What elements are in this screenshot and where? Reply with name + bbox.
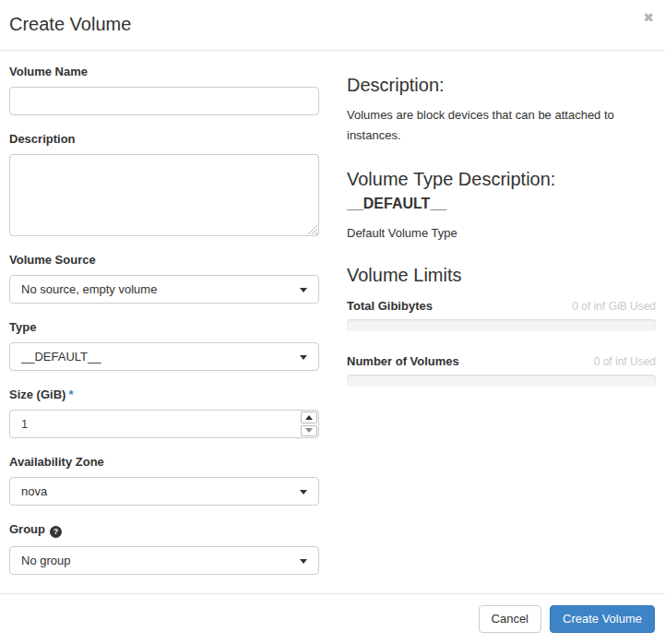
size-label-text: Size (GiB) <box>9 388 65 401</box>
group-label-text: Group <box>9 522 45 536</box>
size-input[interactable] <box>9 410 319 438</box>
description-heading: Description: <box>347 74 656 96</box>
create-volume-form: Volume Name Description Volume Source No… <box>9 65 319 593</box>
type-group: Type __DEFAULT__ <box>9 320 319 371</box>
volume-name-label: Volume Name <box>9 65 319 78</box>
spinner-up-button[interactable] <box>301 411 317 423</box>
modal-header: Create Volume ✖ <box>0 0 665 51</box>
help-question-icon[interactable]: ? <box>50 526 62 538</box>
modal-title: Create Volume <box>9 12 656 37</box>
modal-body: Volume Name Description Volume Source No… <box>0 51 665 593</box>
triangle-up-icon <box>305 415 313 420</box>
limit-row-volumes: Number of Volumes 0 of inf Used <box>347 354 656 368</box>
volume-name-input[interactable] <box>9 87 319 115</box>
limit-usage: 0 of inf Used <box>594 355 656 368</box>
volume-source-group: Volume Source No source, empty volume <box>9 253 319 304</box>
volume-type-description-heading: Volume Type Description: <box>347 168 656 190</box>
size-label: Size (GiB)* <box>9 388 319 401</box>
volume-name-group: Volume Name <box>9 65 319 115</box>
size-group: Size (GiB)* <box>9 388 319 438</box>
description-label: Description <box>9 132 319 146</box>
volume-source-select[interactable]: No source, empty volume <box>9 275 319 304</box>
size-spinner <box>301 411 317 436</box>
volume-type-name: __DEFAULT__ <box>347 196 656 212</box>
limit-label: Total Gibibytes <box>347 299 433 313</box>
description-textarea[interactable] <box>9 154 319 236</box>
info-panel: Description: Volumes are block devices t… <box>347 65 656 593</box>
availability-zone-select[interactable]: nova <box>9 477 319 506</box>
create-volume-button[interactable]: Create Volume <box>550 605 655 633</box>
volume-type-description-text: Default Volume Type <box>347 223 656 244</box>
gibibytes-progress-bar <box>347 319 656 331</box>
volumes-progress-bar <box>347 375 656 387</box>
limit-usage: 0 of inf GiB Used <box>572 300 656 313</box>
limit-label: Number of Volumes <box>347 354 459 368</box>
availability-zone-group: Availability Zone nova <box>9 455 319 506</box>
group-label: Group? <box>9 522 319 538</box>
spinner-down-button[interactable] <box>301 425 317 437</box>
type-select[interactable]: __DEFAULT__ <box>9 342 319 371</box>
description-text: Volumes are block devices that can be at… <box>347 105 656 146</box>
cancel-button[interactable]: Cancel <box>479 605 541 633</box>
close-icon[interactable]: ✖ <box>641 9 656 26</box>
volume-limits-heading: Volume Limits <box>347 264 656 286</box>
description-group: Description <box>9 132 319 236</box>
create-volume-modal: Create Volume ✖ Volume Name Description … <box>0 0 665 644</box>
type-label: Type <box>9 320 319 334</box>
group-select[interactable]: No group <box>9 546 319 575</box>
triangle-down-icon <box>305 428 313 433</box>
limit-row-gibibytes: Total Gibibytes 0 of inf GiB Used <box>347 299 656 313</box>
group-group: Group? No group <box>9 522 319 575</box>
required-asterisk: * <box>68 388 73 401</box>
volume-source-label: Volume Source <box>9 253 319 267</box>
modal-footer: Cancel Create Volume <box>0 593 665 644</box>
availability-zone-label: Availability Zone <box>9 455 319 469</box>
